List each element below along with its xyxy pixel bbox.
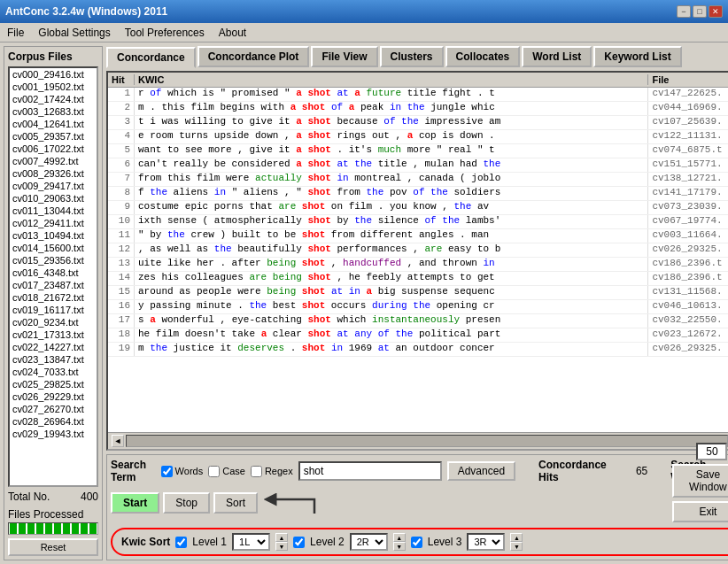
level2-up[interactable]: ▲: [393, 533, 406, 542]
progress-segment: [45, 523, 52, 534]
table-row[interactable]: 9costume epic porns that are shot on fil…: [108, 201, 728, 215]
maximize-button[interactable]: □: [693, 5, 707, 18]
file-name: cv074_6875.t: [648, 144, 728, 158]
level3-down[interactable]: ▼: [510, 542, 523, 551]
search-input[interactable]: [298, 461, 442, 481]
tab-clusters[interactable]: Clusters: [380, 46, 444, 67]
table-row[interactable]: 4e room turns upside down , a shot rings…: [108, 130, 728, 144]
tab-collocates[interactable]: Collocates: [445, 46, 521, 67]
file-list-item[interactable]: cv027_26270.txt: [10, 403, 97, 415]
file-list-item[interactable]: cv006_17022.txt: [10, 143, 97, 155]
table-row[interactable]: 18he film doesn't take a clear shot at a…: [108, 328, 728, 343]
file-list-item[interactable]: cv020_9234.txt: [10, 316, 97, 328]
table-row[interactable]: 5want to see more , give it a shot . it'…: [108, 144, 728, 158]
close-button[interactable]: ✕: [709, 5, 723, 18]
file-list-item[interactable]: cv022_14227.txt: [10, 341, 97, 353]
level2-checkbox[interactable]: [293, 537, 305, 548]
menu-file[interactable]: File: [4, 26, 27, 40]
reset-button[interactable]: Reset: [8, 538, 98, 556]
file-list-item[interactable]: cv008_29326.txt: [10, 167, 97, 180]
sort-button[interactable]: Sort: [213, 492, 258, 514]
file-list-item[interactable]: cv013_10494.txt: [10, 229, 97, 242]
level1-up[interactable]: ▲: [275, 533, 288, 542]
menu-about[interactable]: About: [215, 26, 250, 40]
file-list-item[interactable]: cv017_23487.txt: [10, 279, 97, 291]
file-list-item[interactable]: cv012_29411.txt: [10, 217, 97, 229]
level2-select[interactable]: 1L1R2L2R3L3R: [350, 533, 388, 551]
table-row[interactable]: 12, as well as the beautifully shot perf…: [108, 243, 728, 258]
exit-button[interactable]: Exit: [672, 501, 728, 522]
table-row[interactable]: 14zes his colleagues are being shot , he…: [108, 272, 728, 286]
progress-segment: [81, 523, 88, 534]
table-row[interactable]: 3t i was willing to give it a shot becau…: [108, 116, 728, 130]
file-list-item[interactable]: cv019_16117.txt: [10, 304, 97, 316]
advanced-button[interactable]: Advanced: [447, 461, 515, 481]
start-button[interactable]: Start: [111, 492, 159, 514]
table-row[interactable]: 15around as people were being shot at in…: [108, 286, 728, 300]
level1-select[interactable]: 1L1R2L2R3L3R: [232, 533, 270, 551]
file-list-item[interactable]: cv024_7033.txt: [10, 366, 97, 378]
level3-select[interactable]: 1L1R2L2R3L3R: [467, 533, 505, 551]
file-list-item[interactable]: cv002_17424.txt: [10, 93, 97, 105]
save-window-button[interactable]: Save Window: [672, 464, 728, 498]
file-list-item[interactable]: cv018_21672.txt: [10, 291, 97, 304]
table-row[interactable]: 2m . this film begins with a shot of a p…: [108, 102, 728, 116]
scroll-track[interactable]: [126, 435, 728, 447]
file-list-item[interactable]: cv021_17313.txt: [10, 328, 97, 341]
file-list-item[interactable]: cv011_13044.txt: [10, 205, 97, 217]
minimize-button[interactable]: −: [677, 5, 691, 18]
level1-checkbox[interactable]: [175, 537, 187, 548]
stop-button[interactable]: Stop: [163, 492, 210, 514]
file-list-item[interactable]: cv015_29356.txt: [10, 254, 97, 267]
table-row[interactable]: 1r of which is " promised " a shot at a …: [108, 88, 728, 102]
level3-checkbox[interactable]: [411, 537, 422, 548]
concordance-header: Hit KWIC File: [108, 73, 728, 88]
table-row[interactable]: 17s a wonderful , eye-catching shot whic…: [108, 314, 728, 328]
file-list-item[interactable]: cv014_15600.txt: [10, 242, 97, 254]
file-list-item[interactable]: cv007_4992.txt: [10, 155, 97, 167]
concordance-body[interactable]: 1r of which is " promised " a shot at a …: [108, 88, 728, 432]
tab-concordance-plot[interactable]: Concordance Plot: [197, 46, 310, 67]
table-row[interactable]: 8f the aliens in " aliens , " shot from …: [108, 187, 728, 201]
scroll-left[interactable]: ◄: [112, 435, 124, 447]
file-list[interactable]: cv000_29416.txtcv001_19502.txtcv002_1742…: [8, 66, 98, 487]
file-list-item[interactable]: cv001_19502.txt: [10, 81, 97, 93]
file-list-item[interactable]: cv028_26964.txt: [10, 415, 97, 428]
file-list-item[interactable]: cv023_13847.txt: [10, 353, 97, 366]
tab-keyword-list[interactable]: Keyword List: [593, 46, 681, 67]
file-list-item[interactable]: cv026_29229.txt: [10, 390, 97, 403]
file-list-item[interactable]: cv016_4348.txt: [10, 267, 97, 279]
file-list-item[interactable]: cv009_29417.txt: [10, 180, 97, 192]
table-row[interactable]: 11" by the crew ) built to be shot from …: [108, 229, 728, 243]
words-checkbox[interactable]: [161, 466, 173, 477]
menu-tool-preferences[interactable]: Tool Preferences: [121, 26, 208, 40]
table-row[interactable]: 6can't really be considered a shot at th…: [108, 158, 728, 173]
kwic-text: uite like her . after being shot , handc…: [135, 258, 648, 271]
file-list-item[interactable]: cv005_29357.txt: [10, 130, 97, 143]
menu-global-settings[interactable]: Global Settings: [35, 26, 113, 40]
tab-word-list[interactable]: Word List: [522, 46, 592, 67]
table-row[interactable]: 7from this film were actually shot in mo…: [108, 173, 728, 187]
regex-checkbox[interactable]: [251, 466, 262, 477]
total-no-label: Total No.: [8, 491, 50, 503]
level3-up[interactable]: ▲: [510, 533, 523, 542]
level2-down[interactable]: ▼: [393, 542, 406, 551]
file-list-item[interactable]: cv010_29063.txt: [10, 192, 97, 205]
file-list-item[interactable]: cv025_29825.txt: [10, 378, 97, 390]
kwic-sort-row: Kwic Sort Level 1 1L1R2L2R3L3R ▲ ▼ Level…: [111, 528, 728, 556]
table-row[interactable]: 19m the justice it deserves . shot in 19…: [108, 343, 728, 357]
table-row[interactable]: 10ixth sense ( atmospherically shot by t…: [108, 215, 728, 229]
file-list-item[interactable]: cv003_12683.txt: [10, 105, 97, 118]
file-list-item[interactable]: cv004_12641.txt: [10, 118, 97, 130]
level1-down[interactable]: ▼: [275, 542, 288, 551]
table-row[interactable]: 13uite like her . after being shot , han…: [108, 258, 728, 272]
table-row[interactable]: 16y passing minute . the best shot occur…: [108, 300, 728, 314]
bottom-controls: Search Term Words Case Regex Advanced Co…: [106, 454, 728, 560]
case-checkbox[interactable]: [208, 466, 220, 477]
h-scroll[interactable]: ◄ ►: [108, 432, 728, 449]
file-list-item[interactable]: cv029_19943.txt: [10, 428, 97, 440]
tab-concordance[interactable]: Concordance: [106, 47, 196, 68]
tab-file-view[interactable]: File View: [311, 46, 377, 67]
file-list-item[interactable]: cv000_29416.txt: [10, 68, 97, 81]
window-size-input[interactable]: [696, 443, 727, 460]
